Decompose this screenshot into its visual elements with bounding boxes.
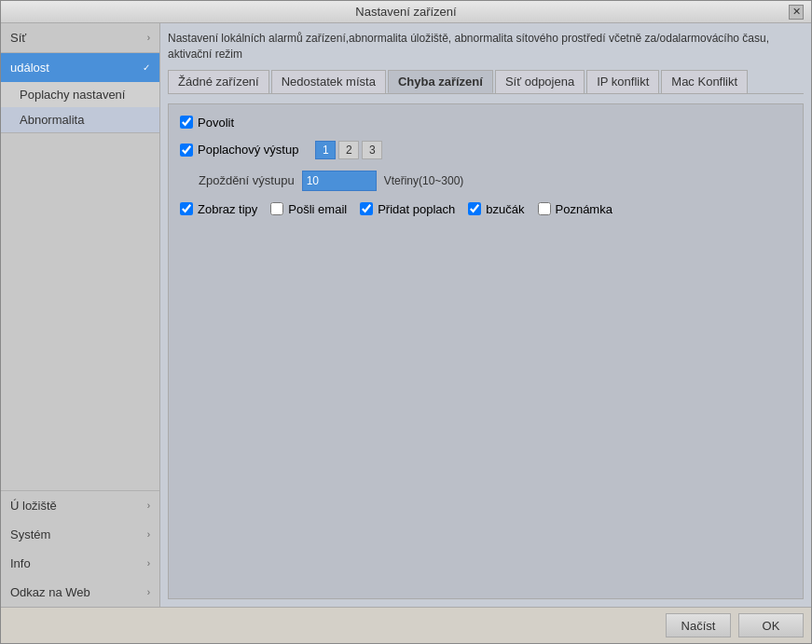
output-button-2[interactable]: 2 <box>338 141 359 159</box>
pridat-poplach-text: Přidat poplach <box>378 202 455 216</box>
sidebar-system-label: Systém <box>10 528 50 541</box>
chevron-right-icon-odkaz: › <box>147 587 150 597</box>
sidebar-sub-poplachy-label: Poplachy nastavení <box>20 88 125 102</box>
sidebar-section-sit: Síť › <box>1 23 159 53</box>
window-title: Nastavení zařízení <box>23 5 789 19</box>
sidebar-sub-abnormalita-label: Abnormalita <box>20 113 84 127</box>
sidebar-uloziste-label: Ú ložiště <box>10 499 57 513</box>
sidebar-udalost-label: událost <box>10 61 49 75</box>
chevron-right-icon-uloziste: › <box>147 500 150 511</box>
output-button-1[interactable]: 1 <box>315 141 336 159</box>
nacist-button[interactable]: Načíst <box>666 613 731 637</box>
close-button[interactable]: ✕ <box>789 5 804 20</box>
chevron-down-icon: ✓ <box>143 62 150 73</box>
zobraz-tipy-checkbox[interactable] <box>180 202 193 215</box>
poznamka-checkbox[interactable] <box>538 202 551 215</box>
zobraz-tipy-label[interactable]: Zobraz tipy <box>180 202 257 216</box>
chevron-right-icon-info: › <box>147 558 150 569</box>
title-bar: Nastavení zařízení ✕ <box>1 1 811 23</box>
tab-zadne-zarizeni[interactable]: Žádné zařízení <box>168 70 269 93</box>
zpozdeni-hint: Vteřiny(10~300) <box>384 174 464 187</box>
sidebar-item-uloziste[interactable]: Ú ložiště › <box>1 491 159 520</box>
sidebar-item-info[interactable]: Info › <box>1 549 159 578</box>
sidebar-item-sit[interactable]: Síť › <box>1 23 159 52</box>
checkboxes-row: Zobraz tipy Pošli email Přidat poplach <box>180 202 791 216</box>
poplachovy-checkbox[interactable] <box>180 144 193 157</box>
chevron-right-icon: › <box>147 33 150 43</box>
povolit-row: Povolit <box>180 116 791 130</box>
main-window: Nastavení zařízení ✕ Síť › událost ✓ Pop… <box>0 0 812 644</box>
buzak-checkbox[interactable] <box>468 202 481 215</box>
pridat-poplach-label[interactable]: Přidat poplach <box>360 202 455 216</box>
tab-mac-konflikt[interactable]: Mac Konflikt <box>661 70 748 93</box>
ok-button[interactable]: OK <box>738 613 804 637</box>
sidebar-sub-item-poplachy[interactable]: Poplachy nastavení <box>1 82 159 107</box>
sidebar-item-odkaz[interactable]: Odkaz na Web › <box>1 578 159 607</box>
tab-nedostatek-mista[interactable]: Nedostatek místa <box>271 70 386 93</box>
povolit-label: Povolit <box>198 116 234 130</box>
tab-sit-odpojena[interactable]: Síť odpojena <box>495 70 585 93</box>
posli-email-label[interactable]: Pošli email <box>270 202 347 216</box>
form-area: Povolit Poplachový výstup 1 2 3 <box>168 103 804 599</box>
pridat-poplach-checkbox[interactable] <box>360 202 373 215</box>
posli-email-checkbox[interactable] <box>270 202 283 215</box>
sidebar-info-label: Info <box>10 556 31 570</box>
poznamka-label[interactable]: Poznámka <box>538 202 612 216</box>
main-panel: Nastavení lokálních alarmů zařízení,abno… <box>160 23 811 607</box>
poplachovy-vystup-label: Poplachový výstup <box>198 143 298 157</box>
sidebar-odkaz-label: Odkaz na Web <box>10 585 90 599</box>
zpozdeni-input[interactable] <box>302 171 377 191</box>
sidebar-section-udalost: událost ✓ Poplachy nastavení Abnormalita <box>1 53 159 133</box>
output-buttons-group: 1 2 3 <box>315 141 382 159</box>
tab-chyba-zarizeni[interactable]: Chyba zařízení <box>388 70 493 93</box>
poplachovy-checkbox-label[interactable]: Poplachový výstup <box>180 143 298 157</box>
posli-email-text: Pošli email <box>288 202 347 216</box>
sidebar-sub-item-abnormalita[interactable]: Abnormalita <box>1 107 159 132</box>
sidebar-item-system[interactable]: Systém › <box>1 520 159 549</box>
sidebar-sit-label: Síť <box>10 31 26 45</box>
sidebar: Síť › událost ✓ Poplachy nastavení Abnor… <box>1 23 160 607</box>
description-text: Nastavení lokálních alarmů zařízení,abno… <box>168 31 804 62</box>
poplachovy-vystup-row: Poplachový výstup 1 2 3 <box>180 141 791 159</box>
chevron-right-icon-system: › <box>147 529 150 540</box>
povolit-checkbox-label[interactable]: Povolit <box>180 116 234 130</box>
content-area: Síť › událost ✓ Poplachy nastavení Abnor… <box>1 23 811 607</box>
sidebar-item-udalost[interactable]: událost ✓ <box>1 53 159 82</box>
sidebar-bottom: Ú ložiště › Systém › Info › Odkaz na Web… <box>1 490 159 607</box>
buzak-text: bzučák <box>486 202 524 216</box>
zpozdeni-row: Zpoždění výstupu Vteřiny(10~300) <box>180 171 791 191</box>
zobraz-tipy-text: Zobraz tipy <box>198 202 257 216</box>
output-button-3[interactable]: 3 <box>362 141 382 159</box>
povolit-checkbox[interactable] <box>180 116 193 129</box>
tabs-bar: Žádné zařízení Nedostatek místa Chyba za… <box>168 70 804 94</box>
zpozdeni-label: Zpoždění výstupu <box>199 173 295 187</box>
sidebar-spacer <box>1 133 159 490</box>
checkboxes-group: Zobraz tipy Pošli email Přidat poplach <box>180 202 612 216</box>
tab-ip-konflikt[interactable]: IP konflikt <box>586 70 659 93</box>
buzak-label[interactable]: bzučák <box>468 202 524 216</box>
footer: Načíst OK <box>1 607 811 643</box>
poznamka-text: Poznámka <box>556 202 612 216</box>
